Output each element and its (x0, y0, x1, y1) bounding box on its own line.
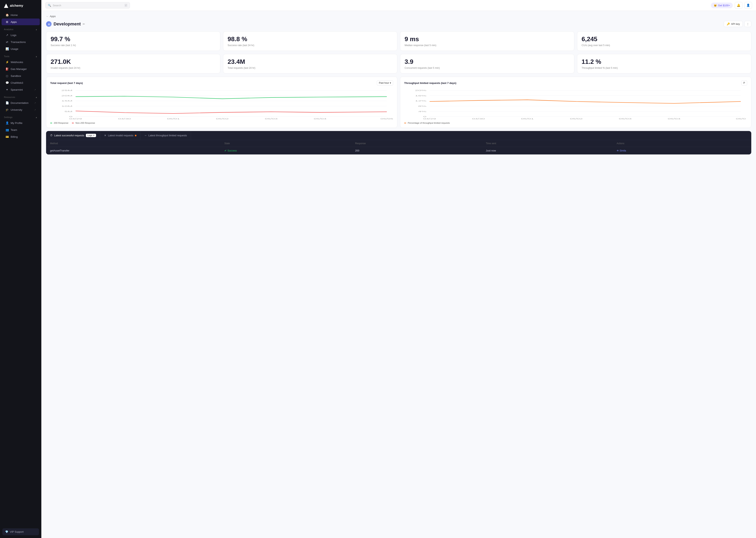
metrics-grid-bottom: 271.0K Invalid requests (last 24 hr) 23.… (46, 54, 751, 74)
eye-icon: 👁 (617, 149, 619, 152)
sidebar-item-label: University (11, 108, 22, 111)
billing-icon: 💳 (6, 135, 9, 138)
sidebar-item-spearmint[interactable]: ✦ Spearmint ↗ (2, 86, 40, 93)
metric-label: Success rate (last 24 hr) (228, 44, 393, 47)
tab-throughput-limited[interactable]: ∼ Latest throughput limited requests (141, 131, 191, 140)
metric-label: Throughput limited % (last 5 min) (582, 67, 747, 69)
throughput-chart: Throughput limited requests (last 7 days… (400, 77, 751, 128)
svg-text:8%: 8% (418, 105, 426, 107)
header-actions: 🔑 API key ⋮ (724, 21, 751, 27)
settings-section-header: Settings ▲ (0, 113, 41, 119)
vip-support-icon: 💎 (5, 530, 8, 533)
sidebar-navigation: 🏠 Home ⊞ Apps Analytics ▲ ↗ Logs ⇄ Trans… (0, 11, 41, 526)
sidebar-item-label: Transactions (11, 40, 26, 43)
sidebar-item-my-profile[interactable]: 👤 My Profile (2, 120, 40, 126)
tab-invalid-requests[interactable]: ✕ Latest invalid requests (100, 131, 141, 140)
legend-dot-200 (50, 123, 52, 123)
back-arrow[interactable]: ← (46, 15, 49, 18)
edit-button[interactable]: ✏ (83, 23, 85, 26)
my-profile-icon: 👤 (6, 121, 9, 125)
sidebar-item-apps[interactable]: ⊞ Apps (2, 19, 40, 25)
sidebar-item-label: ChatWeb3 (11, 81, 23, 84)
total-requests-chart: Total request (last 7 days) Past hour ▾ (46, 77, 397, 128)
webhooks-icon: ⚡ (6, 61, 9, 64)
sidebar-item-home[interactable]: 🏠 Home (2, 12, 40, 18)
metric-card-2: 9 ms Median response (last 5 min) (400, 31, 574, 51)
sidebar-item-logs[interactable]: ↗ Logs (2, 32, 40, 38)
metric-label: Success rate (last 1 hr) (51, 44, 216, 47)
legend-dot-throughput (404, 123, 406, 123)
eth-icon: ◈ (46, 21, 52, 27)
external-icon: ↗ (34, 102, 36, 104)
resources-section-header: Resources ▲ (0, 93, 41, 99)
transactions-icon: ⇄ (6, 40, 9, 43)
check-icon: ✔ (224, 149, 227, 152)
search-bar[interactable]: 🔍 Search / (45, 2, 130, 9)
sidebar-item-label: Apps (11, 21, 17, 24)
x-circle-icon: ✕ (104, 134, 106, 137)
user-menu-button[interactable]: 👤 (744, 2, 752, 9)
chart1-legend: 200 Response Non-200 Response (50, 122, 393, 124)
logs-button[interactable]: Logs ↗ (86, 134, 96, 137)
sidebar-item-gas-manager[interactable]: ⛽ Gas Manager (2, 66, 40, 72)
metric-card-7: 11.2 % Throughput limited % (last 5 min) (577, 54, 751, 74)
response-value: 200 (355, 149, 486, 152)
sidebar-item-university[interactable]: 🎓 University ↗ (2, 106, 40, 113)
col-method: Method (50, 142, 224, 145)
svg-text:20%: 20% (415, 89, 426, 91)
documentation-icon: 📄 (6, 101, 9, 104)
key-icon: 🔑 (727, 23, 730, 26)
sidebar-item-label: Usage (11, 47, 18, 50)
chart2-svg: 20% 16% 12% 8% 4% 0 04/29 04/30 05/01 05… (404, 88, 747, 120)
page-title: Development (54, 22, 81, 27)
metric-value: 9 ms (404, 35, 570, 43)
svg-text:25M: 25M (61, 89, 72, 91)
notifications-button[interactable]: 🔔 (735, 2, 742, 9)
sidebar-item-team[interactable]: 👥 Team (2, 127, 40, 133)
metric-card-1: 98.8 % Success rate (last 24 hr) (223, 31, 397, 51)
metric-label: Invalid requests (last 24 hr) (51, 67, 216, 69)
metric-label: Median response (last 5 min) (404, 44, 570, 47)
chart1-period-button[interactable]: Past hour ▾ (377, 81, 393, 85)
search-placeholder: Search (53, 4, 61, 7)
sidebar-item-label: Team (11, 129, 17, 132)
chart2-period-button[interactable]: P (741, 81, 747, 85)
svg-text:05/01: 05/01 (521, 118, 534, 120)
bell-icon: 🔔 (737, 4, 740, 7)
legend-dot-non200 (72, 123, 74, 123)
sidebar-item-label: Logs (11, 34, 16, 37)
api-key-button[interactable]: 🔑 API key (724, 21, 743, 27)
svg-text:12%: 12% (415, 100, 426, 102)
sidebar-item-transactions[interactable]: ⇄ Transactions (2, 39, 40, 45)
svg-text:0: 0 (69, 115, 72, 118)
sandbox-icon: ◻ (6, 74, 9, 78)
svg-text:04/29: 04/29 (423, 118, 436, 120)
svg-text:05/03: 05/03 (265, 118, 278, 120)
sidebar-item-label: Webhooks (11, 61, 23, 64)
sidebar-item-usage[interactable]: 📊 Usage (2, 45, 40, 52)
get-credits-button[interactable]: 🐱 Get $100+ (711, 3, 733, 8)
svg-text:05/0: 05/0 (736, 118, 746, 120)
breadcrumb-parent[interactable]: Apps (50, 15, 56, 18)
sidebar-item-webhooks[interactable]: ⚡ Webhooks (2, 59, 40, 65)
external-icon: ↗ (34, 109, 36, 111)
sidebar-item-label: My Profile (11, 122, 23, 125)
user-icon: 👤 (746, 4, 750, 7)
vip-support-button[interactable]: 💎 VIP Support (2, 528, 39, 535)
chevron-down-icon: ▾ (390, 81, 391, 84)
more-options-button[interactable]: ⋮ (744, 21, 751, 27)
sidebar-item-sandbox[interactable]: ◻ Sandbox (2, 73, 40, 79)
sidebar-item-documentation[interactable]: 📄 Documentation ↗ (2, 99, 40, 106)
resources-chevron: ▲ (35, 96, 37, 98)
sidebar-item-billing[interactable]: 💳 Billing (2, 134, 40, 140)
breadcrumb: ← Apps (46, 15, 751, 18)
tab-successful-requests[interactable]: ⏱ Latest successful requests Logs ↗ (46, 131, 100, 140)
logo-icon (4, 4, 8, 8)
metric-card-6: 3.9 Concurrent requests (last 5 min) (400, 54, 574, 74)
simila-button[interactable]: 👁 Simila (617, 149, 747, 152)
main-content: 🔍 Search / 🐱 Get $100+ 🔔 👤 ← Apps (41, 0, 756, 538)
sidebar-item-chatweb3[interactable]: 💬 ChatWeb3 (2, 80, 40, 86)
chart2-area: 20% 16% 12% 8% 4% 0 04/29 04/30 05/01 05… (404, 88, 747, 120)
sidebar-item-label: Sandbox (11, 75, 21, 78)
apps-icon: ⊞ (6, 20, 9, 24)
